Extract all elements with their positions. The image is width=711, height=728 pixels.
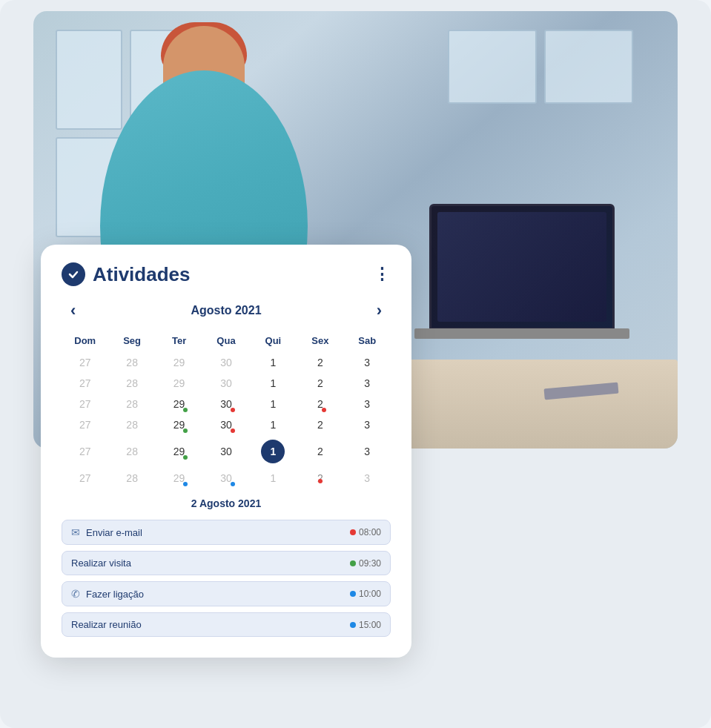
calendar-week-row: 27282930123 <box>62 435 391 468</box>
window-pane-right2 <box>448 30 537 104</box>
calendar-cell[interactable]: 28 <box>108 394 155 414</box>
activity-time-value: 10:00 <box>359 589 381 599</box>
calendar-cell[interactable]: 27 <box>62 394 108 414</box>
check-icon <box>62 262 85 286</box>
calendar-cell[interactable]: 3 <box>344 468 391 489</box>
calendar-cell[interactable]: 29 <box>156 394 202 414</box>
calendar-cell[interactable]: 27 <box>62 352 108 373</box>
window-pane <box>56 30 122 130</box>
card-header: Atividades ⋮ <box>62 262 391 286</box>
calendar-cell[interactable]: 29 <box>156 373 202 394</box>
activity-item[interactable]: ✆Fazer ligação10:00 <box>62 581 391 606</box>
calendar-cell[interactable]: 2 <box>297 468 343 489</box>
calendar-body: 2728293012327282930123272829301232728293… <box>62 352 391 489</box>
calendar-cell[interactable]: 2 <box>297 435 343 468</box>
activity-label: Realizar visita <box>71 557 131 569</box>
calendar-cell[interactable]: 28 <box>108 373 155 394</box>
calendar-cell[interactable]: 27 <box>62 435 108 468</box>
calendar-cell[interactable]: 3 <box>344 352 391 373</box>
calendar-cell[interactable]: 28 <box>108 352 155 373</box>
calendar-cell[interactable]: 3 <box>344 373 391 394</box>
activity-time-dot <box>350 622 356 628</box>
activity-time-value: 08:00 <box>359 527 381 537</box>
calendar-cell[interactable]: 3 <box>344 394 391 414</box>
card-title: Atividades <box>93 263 191 286</box>
calendar-week-row: 27282930123 <box>62 414 391 435</box>
card-title-area: Atividades <box>62 262 191 286</box>
activity-item[interactable]: ✉Enviar e-mail08:00 <box>62 520 391 545</box>
next-month-button[interactable]: › <box>371 301 388 320</box>
page-wrapper: Atividades ⋮ ‹ Agosto 2021 › Dom Seg Ter… <box>0 0 711 728</box>
activity-time-value: 09:30 <box>359 558 381 569</box>
calendar-cell[interactable]: 1 <box>250 414 297 435</box>
weekday-ter: Ter <box>156 332 202 352</box>
activity-time-dot <box>350 529 356 535</box>
activities-card: Atividades ⋮ ‹ Agosto 2021 › Dom Seg Ter… <box>41 245 411 658</box>
activity-icon: ✉ <box>71 526 80 538</box>
calendar-week-row: 27282930123 <box>62 352 391 373</box>
calendar-cell[interactable]: 29 <box>156 468 202 489</box>
calendar-nav: ‹ Agosto 2021 › <box>62 301 391 320</box>
calendar-cell[interactable]: 1 <box>250 394 297 414</box>
calendar-week-row: 27282930123 <box>62 373 391 394</box>
weekday-dom: Dom <box>62 332 108 352</box>
calendar-cell[interactable]: 28 <box>108 414 155 435</box>
calendar-cell[interactable]: 2 <box>297 373 343 394</box>
laptop-screen <box>429 204 615 330</box>
calendar-cell[interactable]: 1 <box>250 373 297 394</box>
calendar-cell[interactable]: 27 <box>62 373 108 394</box>
calendar-week-row: 27282930123 <box>62 394 391 414</box>
activity-label: Realizar reunião <box>71 619 142 630</box>
calendar-cell[interactable]: 30 <box>202 373 249 394</box>
weekday-qua: Qua <box>202 332 249 352</box>
activity-label: Fazer ligação <box>86 589 144 600</box>
calendar-cell[interactable]: 1 <box>250 352 297 373</box>
calendar-week-row: 27282930123 <box>62 468 391 489</box>
activity-time-dot <box>350 560 356 566</box>
activity-time-dot <box>350 591 356 597</box>
prev-month-button[interactable]: ‹ <box>65 301 82 320</box>
calendar-cell[interactable]: 2 <box>297 394 343 414</box>
weekday-qui: Qui <box>250 332 297 352</box>
calendar-cell[interactable]: 1 <box>250 435 297 468</box>
calendar-cell[interactable]: 2 <box>297 414 343 435</box>
more-options-icon[interactable]: ⋮ <box>374 265 391 284</box>
activity-icon: ✆ <box>71 588 80 600</box>
calendar-grid: Dom Seg Ter Qua Qui Sex Sab 272829301232… <box>62 332 391 489</box>
activity-time-value: 15:00 <box>359 620 381 630</box>
weekday-seg: Seg <box>108 332 155 352</box>
calendar: ‹ Agosto 2021 › Dom Seg Ter Qua Qui Sex … <box>62 301 391 489</box>
activity-list: ✉Enviar e-mail08:00Realizar visita09:30✆… <box>62 520 391 637</box>
calendar-cell[interactable]: 29 <box>156 414 202 435</box>
calendar-cell[interactable]: 3 <box>344 414 391 435</box>
calendar-cell[interactable]: 28 <box>108 435 155 468</box>
calendar-header-row: Dom Seg Ter Qua Qui Sex Sab <box>62 332 391 352</box>
calendar-cell[interactable]: 27 <box>62 414 108 435</box>
calendar-cell[interactable]: 29 <box>156 435 202 468</box>
calendar-cell[interactable]: 29 <box>156 352 202 373</box>
calendar-cell[interactable]: 30 <box>202 414 249 435</box>
calendar-cell[interactable]: 2 <box>297 352 343 373</box>
calendar-month-year: Agosto 2021 <box>191 304 261 317</box>
weekday-sab: Sab <box>344 332 391 352</box>
activity-item[interactable]: Realizar visita09:30 <box>62 551 391 575</box>
calendar-cell[interactable]: 3 <box>344 435 391 468</box>
calendar-cell[interactable]: 27 <box>62 468 108 489</box>
calendar-cell[interactable]: 30 <box>202 468 249 489</box>
calendar-cell[interactable]: 1 <box>250 468 297 489</box>
calendar-cell[interactable]: 30 <box>202 435 249 468</box>
activity-label: Enviar e-mail <box>86 527 142 538</box>
calendar-cell[interactable]: 30 <box>202 394 249 414</box>
selected-date-label: 2 Agosto 2021 <box>62 497 391 509</box>
activity-item[interactable]: Realizar reunião15:00 <box>62 612 391 637</box>
laptop-base <box>414 328 629 339</box>
weekday-sex: Sex <box>297 332 343 352</box>
window-pane-right <box>544 30 633 104</box>
calendar-cell[interactable]: 28 <box>108 468 155 489</box>
calendar-cell[interactable]: 30 <box>202 352 249 373</box>
